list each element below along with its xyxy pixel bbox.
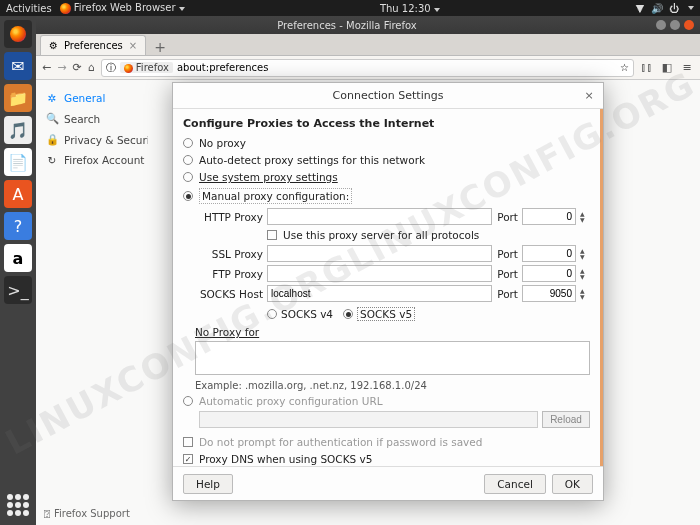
port-label: Port	[496, 248, 518, 260]
radio-icon	[267, 309, 277, 319]
identity-icon[interactable]: ⓘ	[106, 61, 116, 75]
reload-button: Reload	[542, 411, 590, 428]
radio-pac[interactable]: Automatic proxy configuration URL	[183, 394, 590, 408]
radio-icon	[183, 138, 193, 148]
nav-privacy[interactable]: 🔒Privacy & Security	[44, 129, 148, 150]
no-proxy-for-label: No Proxy for	[195, 326, 590, 338]
window-close[interactable]	[684, 20, 694, 30]
ftp-proxy-label: FTP Proxy	[195, 268, 263, 280]
socks-port-input[interactable]	[522, 285, 576, 302]
ssl-proxy-input[interactable]	[267, 245, 492, 262]
spinner-icon[interactable]: ▲▼	[580, 248, 590, 260]
app-menu[interactable]: Firefox Web Browser	[60, 2, 185, 14]
clock[interactable]: Thu 12:30	[380, 3, 431, 14]
radio-socks5[interactable]: SOCKS v5	[343, 306, 415, 322]
dialog-footer: Help Cancel OK	[173, 466, 603, 500]
back-button[interactable]: ←	[42, 61, 51, 74]
connection-settings-dialog: Connection Settings × Configure Proxies …	[172, 82, 604, 501]
http-port-input[interactable]	[522, 208, 576, 225]
dialog-heading: Configure Proxies to Access the Internet	[183, 117, 590, 130]
url-bar[interactable]: ⓘ Firefox about:preferences ☆	[101, 59, 634, 77]
toolbar: ← → ⟳ ⌂ ⓘ Firefox about:preferences ☆ ⫿⫿…	[36, 56, 700, 80]
tab-label: Preferences	[64, 40, 123, 51]
window-minimize[interactable]	[656, 20, 666, 30]
ftp-port-input[interactable]	[522, 265, 576, 282]
dock-files[interactable]: 📁	[4, 84, 32, 112]
show-applications[interactable]	[4, 491, 32, 519]
ssl-port-input[interactable]	[522, 245, 576, 262]
tab-preferences[interactable]: ⚙ Preferences ×	[40, 35, 146, 55]
question-icon: ⍰	[44, 508, 50, 519]
pac-url-input	[199, 411, 538, 428]
volume-icon[interactable]: 🔊	[651, 3, 663, 14]
radio-no-proxy[interactable]: No proxy	[183, 136, 590, 150]
sync-icon: ↻	[46, 154, 58, 166]
ubuntu-dock: ✉ 📁 🎵 📄 A ? a >_	[0, 16, 36, 525]
url-badge: Firefox	[120, 62, 173, 73]
gear-icon: ✲	[46, 92, 58, 104]
radio-icon	[183, 172, 193, 182]
dock-amazon[interactable]: a	[4, 244, 32, 272]
radio-auto-detect[interactable]: Auto-detect proxy settings for this netw…	[183, 153, 590, 167]
pac-row: Reload	[199, 411, 590, 428]
gnome-top-panel: Activities Firefox Web Browser Thu 12:30…	[0, 0, 700, 16]
dock-help[interactable]: ?	[4, 212, 32, 240]
http-proxy-input[interactable]	[267, 208, 492, 225]
tab-close[interactable]: ×	[129, 40, 137, 51]
checkbox-no-prompt[interactable]: Do not prompt for authentication if pass…	[183, 435, 590, 449]
spinner-icon[interactable]: ▲▼	[580, 211, 590, 223]
window-title: Preferences - Mozilla Firefox	[42, 20, 652, 31]
dock-software[interactable]: A	[4, 180, 32, 208]
new-tab-button[interactable]: +	[146, 39, 174, 55]
radio-icon	[183, 191, 193, 201]
menu-button[interactable]: ≡	[680, 61, 694, 74]
preferences-nav: ✲General 🔍Search 🔒Privacy & Security ↻Fi…	[36, 80, 156, 525]
reload-button[interactable]: ⟳	[72, 61, 81, 74]
activities-button[interactable]: Activities	[6, 3, 52, 14]
port-label: Port	[496, 288, 518, 300]
home-button[interactable]: ⌂	[88, 61, 95, 74]
sidebar-button[interactable]: ◧	[660, 61, 674, 74]
bookmark-star[interactable]: ☆	[620, 62, 629, 73]
power-icon[interactable]: ⏻	[669, 3, 679, 14]
cancel-button[interactable]: Cancel	[484, 474, 546, 494]
firefox-support-link[interactable]: ⍰Firefox Support	[44, 508, 130, 519]
dock-terminal[interactable]: >_	[4, 276, 32, 304]
checkbox-icon	[183, 454, 193, 464]
ftp-proxy-row: FTP Proxy Port ▲▼	[195, 265, 590, 282]
radio-icon	[183, 155, 193, 165]
network-icon[interactable]: ⯆	[635, 3, 645, 14]
nav-search[interactable]: 🔍Search	[44, 108, 148, 129]
ftp-proxy-input[interactable]	[267, 265, 492, 282]
checkbox-icon	[267, 230, 277, 240]
dock-writer[interactable]: 📄	[4, 148, 32, 176]
ok-button[interactable]: OK	[552, 474, 593, 494]
radio-use-system[interactable]: Use system proxy settings	[183, 170, 590, 184]
no-proxy-for-input[interactable]	[195, 341, 590, 375]
spinner-icon[interactable]: ▲▼	[580, 288, 590, 300]
radio-icon	[343, 309, 353, 319]
nav-general[interactable]: ✲General	[44, 88, 148, 108]
dock-thunderbird[interactable]: ✉	[4, 52, 32, 80]
help-button[interactable]: Help	[183, 474, 233, 494]
radio-manual[interactable]: Manual proxy configuration:	[183, 187, 590, 205]
port-label: Port	[496, 211, 518, 223]
socks-host-input[interactable]	[267, 285, 492, 302]
checkbox-proxy-dns[interactable]: Proxy DNS when using SOCKS v5	[183, 452, 590, 466]
socks-host-row: SOCKS Host Port ▲▼	[195, 285, 590, 302]
dock-rhythmbox[interactable]: 🎵	[4, 116, 32, 144]
window-maximize[interactable]	[670, 20, 680, 30]
nav-fxaccount[interactable]: ↻Firefox Account	[44, 150, 148, 170]
checkbox-icon	[183, 437, 193, 447]
dock-firefox[interactable]	[4, 20, 32, 48]
dialog-close[interactable]: ×	[581, 87, 597, 103]
spinner-icon[interactable]: ▲▼	[580, 268, 590, 280]
titlebar: Preferences - Mozilla Firefox	[36, 16, 700, 34]
checkbox-share-proxy[interactable]: Use this proxy server for all protocols	[267, 228, 590, 242]
http-proxy-row: HTTP Proxy Port ▲▼	[195, 208, 590, 225]
socks-host-label: SOCKS Host	[195, 288, 263, 300]
search-icon: 🔍	[46, 112, 58, 125]
tab-icon: ⚙	[49, 40, 58, 51]
radio-socks4[interactable]: SOCKS v4	[267, 307, 333, 321]
library-button[interactable]: ⫿⫿	[640, 61, 654, 74]
